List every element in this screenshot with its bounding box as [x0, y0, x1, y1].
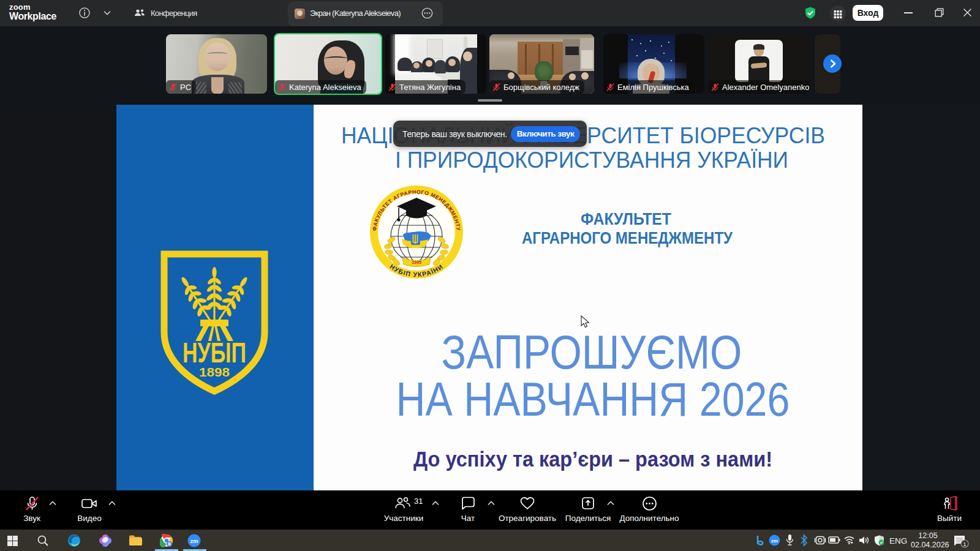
- svg-text:zm: zm: [190, 538, 198, 544]
- svg-text:АГРАРНОГО МЕНЕДЖМЕНТУ: АГРАРНОГО МЕНЕДЖМЕНТУ: [522, 229, 733, 247]
- svg-text:1: 1: [963, 541, 966, 547]
- svg-text:І ПРИРОДОКОРИСТУВАННЯ УКРАЇНИ: І ПРИРОДОКОРИСТУВАННЯ УКРАЇНИ: [395, 148, 788, 173]
- svg-text:До успіху та кар’єри – разом з: До успіху та кар’єри – разом з нами!: [413, 447, 772, 471]
- svg-text:ФАКУЛЬТЕТ: ФАКУЛЬТЕТ: [581, 210, 671, 228]
- svg-text:НА НАВЧАННЯ 2026: НА НАВЧАННЯ 2026: [396, 372, 790, 426]
- svg-text:B: B: [168, 542, 171, 546]
- svg-text:1995: 1995: [412, 260, 421, 264]
- svg-text:zm: zm: [771, 538, 778, 544]
- svg-text:ЗАПРОШУЄМО: ЗАПРОШУЄМО: [442, 325, 742, 379]
